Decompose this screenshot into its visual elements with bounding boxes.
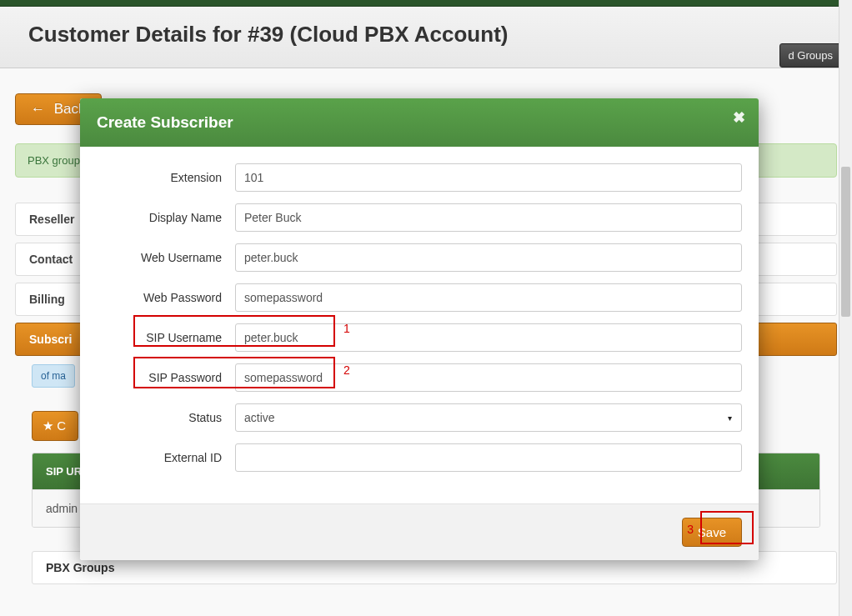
groups-button-label: d Groups [789, 49, 833, 62]
modal-body: Extension Display Name Web Username Web … [80, 147, 759, 503]
label-status: Status [80, 411, 235, 424]
scrollbar-thumb[interactable] [841, 167, 850, 317]
modal-title: Create Subscriber [97, 113, 742, 132]
row-web-username: Web Username [80, 243, 742, 272]
status-select-wrap: active ▾ [235, 403, 742, 432]
panel-pbx-groups-label: PBX Groups [46, 561, 114, 574]
table-cell-value: admin [46, 502, 78, 515]
row-web-password: Web Password [80, 283, 742, 312]
create-subscriber-label: C [57, 418, 66, 433]
status-select[interactable]: active [235, 403, 742, 432]
label-sip-username: SIP Username [80, 331, 235, 344]
label-web-username: Web Username [80, 251, 235, 264]
sip-password-input[interactable] [235, 363, 742, 392]
external-id-input[interactable] [235, 443, 742, 472]
row-extension: Extension [80, 163, 742, 192]
star-icon: ★ [43, 418, 53, 433]
panel-reseller-label: Reseller [29, 213, 74, 226]
extension-input[interactable] [235, 163, 742, 192]
create-subscriber-modal: Create Subscriber ✖ Extension Display Na… [80, 98, 759, 560]
label-extension: Extension [80, 171, 235, 184]
label-sip-password: SIP Password [80, 371, 235, 384]
row-sip-password: SIP Password [80, 363, 742, 392]
save-button[interactable]: Save [682, 518, 742, 547]
page-header: Customer Details for #39 (Cloud PBX Acco… [0, 7, 852, 68]
panel-contact-label: Contact [29, 253, 73, 266]
row-display-name: Display Name [80, 203, 742, 232]
panel-billing-label: Billing [29, 293, 65, 306]
sip-username-input[interactable] [235, 323, 742, 352]
display-name-input[interactable] [235, 203, 742, 232]
groups-button[interactable]: d Groups [779, 43, 842, 68]
label-external-id: External ID [80, 451, 235, 464]
row-sip-username: SIP Username [80, 323, 742, 352]
arrow-left-icon: ← [31, 101, 45, 117]
panel-subscribers-label: Subscri [29, 333, 72, 346]
modal-footer: 3 Save [80, 503, 759, 560]
top-bar [0, 0, 852, 7]
page-scrollbar[interactable] [839, 0, 852, 616]
label-display-name: Display Name [80, 211, 235, 224]
close-icon[interactable]: ✖ [733, 108, 745, 127]
web-username-input[interactable] [235, 243, 742, 272]
label-web-password: Web Password [80, 291, 235, 304]
table-header-label: SIP UR [46, 465, 82, 478]
row-external-id: External ID [80, 443, 742, 472]
create-subscriber-button[interactable]: ★ C [32, 411, 78, 441]
save-button-label: Save [698, 525, 726, 539]
page-title: Customer Details for #39 (Cloud PBX Acco… [28, 22, 824, 48]
filter-chip[interactable]: of ma [32, 364, 75, 388]
modal-header: Create Subscriber ✖ [80, 98, 759, 147]
web-password-input[interactable] [235, 283, 742, 312]
filter-chip-label: of ma [41, 370, 66, 382]
row-status: Status active ▾ [80, 403, 742, 432]
